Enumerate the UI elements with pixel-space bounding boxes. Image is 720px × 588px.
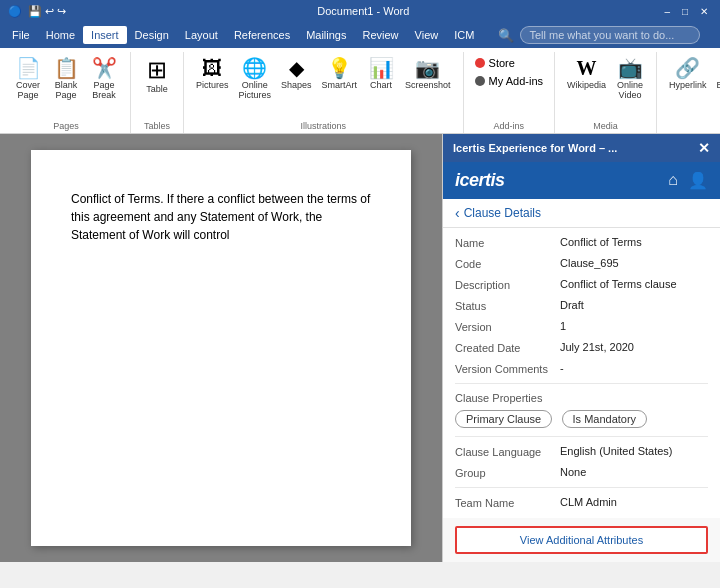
- field-name-value: Conflict of Terms: [560, 236, 708, 248]
- field-role-value: PrimaryOwner: [560, 517, 708, 518]
- divider-1: [455, 383, 708, 384]
- ribbon-addins-items: Store My Add-ins: [472, 52, 546, 121]
- clause-properties-label: Clause Properties: [455, 392, 708, 404]
- field-version: Version 1: [455, 320, 708, 333]
- field-name-label: Name: [455, 236, 560, 249]
- field-status: Status Draft: [455, 299, 708, 312]
- field-code-label: Code: [455, 257, 560, 270]
- pictures-label: Pictures: [196, 80, 229, 90]
- minimize-btn[interactable]: –: [660, 6, 674, 17]
- blank-page-icon: 📋: [54, 58, 79, 78]
- field-description-value: Conflict of Terms clause: [560, 278, 708, 290]
- field-role: Role PrimaryOwner: [455, 517, 708, 518]
- ribbon-group-pages: 📄 CoverPage 📋 BlankPage ✂️ PageBreak Pag…: [2, 52, 131, 133]
- hyperlink-label: Hyperlink: [669, 80, 707, 90]
- title-bar-title: Document1 - Word: [317, 5, 409, 17]
- tell-me-input[interactable]: [520, 26, 700, 44]
- store-btn[interactable]: Store: [472, 56, 518, 70]
- menu-references[interactable]: References: [226, 26, 298, 44]
- clause-body[interactable]: Name Conflict of Terms Code Clause_695 D…: [443, 228, 720, 518]
- menu-home[interactable]: Home: [38, 26, 83, 44]
- online-pictures-label: OnlinePictures: [239, 80, 272, 100]
- smartart-icon: 💡: [327, 58, 352, 78]
- table-label: Table: [146, 84, 168, 94]
- chart-btn[interactable]: 📊 Chart: [363, 56, 399, 92]
- chart-label: Chart: [370, 80, 392, 90]
- field-created-date: Created Date July 21st, 2020: [455, 341, 708, 354]
- online-video-btn[interactable]: 📺 OnlineVideo: [612, 56, 648, 102]
- cover-page-label: CoverPage: [16, 80, 40, 100]
- back-arrow-icon: ‹: [455, 205, 460, 221]
- hyperlink-btn[interactable]: 🔗 Hyperlink: [665, 56, 711, 92]
- document-page: Conflict of Terms. If there a conflict b…: [31, 150, 411, 546]
- cover-page-icon: 📄: [16, 58, 41, 78]
- field-clause-language-value: English (United States): [560, 445, 708, 457]
- pictures-btn[interactable]: 🖼 Pictures: [192, 56, 233, 92]
- is-mandatory-tag[interactable]: Is Mandatory: [562, 410, 648, 428]
- field-clause-language: Clause Language English (United States): [455, 445, 708, 458]
- title-bar-left: 🔵 💾 ↩ ↪: [8, 5, 66, 18]
- field-version-label: Version: [455, 320, 560, 333]
- menu-icm[interactable]: ICM: [446, 26, 482, 44]
- table-btn[interactable]: ⊞ Table: [139, 56, 175, 96]
- menu-view[interactable]: View: [407, 26, 447, 44]
- wikipedia-btn[interactable]: W Wikipedia: [563, 56, 610, 92]
- ribbon-tables-items: ⊞ Table: [139, 52, 175, 121]
- main-area: Conflict of Terms. If there a conflict b…: [0, 134, 720, 562]
- menu-review[interactable]: Review: [355, 26, 407, 44]
- primary-clause-tag[interactable]: Primary Clause: [455, 410, 552, 428]
- tables-group-label: Tables: [144, 121, 170, 133]
- menu-mailings[interactable]: Mailings: [298, 26, 354, 44]
- menu-file[interactable]: File: [4, 26, 38, 44]
- my-addins-btn[interactable]: My Add-ins: [472, 74, 546, 88]
- panel-close-icon[interactable]: ✕: [698, 140, 710, 156]
- icertis-logo: icertis: [455, 170, 505, 191]
- view-additional-attributes-btn[interactable]: View Additional Attributes: [455, 526, 708, 554]
- field-created-date-label: Created Date: [455, 341, 560, 354]
- blank-page-label: BlankPage: [55, 80, 78, 100]
- illustrations-group-label: Illustrations: [301, 121, 347, 133]
- field-name: Name Conflict of Terms: [455, 236, 708, 249]
- close-btn[interactable]: ✕: [696, 6, 712, 17]
- smartart-label: SmartArt: [322, 80, 358, 90]
- wikipedia-label: Wikipedia: [567, 80, 606, 90]
- bookmark-btn[interactable]: 🔖 Bookmark: [713, 56, 720, 92]
- blank-page-btn[interactable]: 📋 BlankPage: [48, 56, 84, 102]
- user-icon[interactable]: 👤: [688, 171, 708, 190]
- cover-page-btn[interactable]: 📄 CoverPage: [10, 56, 46, 102]
- screenshot-btn[interactable]: 📷 Screenshot: [401, 56, 455, 92]
- panel-title-icons: ✕: [698, 140, 710, 156]
- wikipedia-icon: W: [577, 58, 597, 78]
- icertis-header: icertis ⌂ 👤: [443, 162, 720, 199]
- document-area: Conflict of Terms. If there a conflict b…: [0, 134, 442, 562]
- addins-group-label: Add-ins: [494, 121, 525, 133]
- smartart-btn[interactable]: 💡 SmartArt: [318, 56, 362, 92]
- screenshot-label: Screenshot: [405, 80, 451, 90]
- home-icon[interactable]: ⌂: [668, 171, 678, 190]
- divider-3: [455, 487, 708, 488]
- maximize-btn[interactable]: □: [678, 6, 692, 17]
- menu-design[interactable]: Design: [127, 26, 177, 44]
- icertis-header-icons: ⌂ 👤: [668, 171, 708, 190]
- bookmark-label: Bookmark: [717, 80, 720, 90]
- page-break-label: PageBreak: [92, 80, 116, 100]
- shapes-btn[interactable]: ◆ Shapes: [277, 56, 316, 92]
- quick-access: 💾 ↩ ↪: [28, 5, 66, 18]
- clause-details-nav[interactable]: ‹ Clause Details: [443, 199, 720, 228]
- ribbon-links-items: 🔗 Hyperlink 🔖 Bookmark ↗ Cross-reference: [665, 52, 720, 121]
- ribbon-group-links: 🔗 Hyperlink 🔖 Bookmark ↗ Cross-reference…: [657, 52, 720, 133]
- online-pictures-btn[interactable]: 🌐 OnlinePictures: [235, 56, 276, 102]
- menu-layout[interactable]: Layout: [177, 26, 226, 44]
- shapes-icon: ◆: [289, 58, 304, 78]
- online-video-label: OnlineVideo: [617, 80, 643, 100]
- ribbon-group-tables: ⊞ Table Tables: [131, 52, 184, 133]
- menu-insert[interactable]: Insert: [83, 26, 127, 44]
- clause-details-label: Clause Details: [464, 206, 541, 220]
- field-version-comments: Version Comments -: [455, 362, 708, 375]
- field-group-label: Group: [455, 466, 560, 479]
- document-content: Conflict of Terms. If there a conflict b…: [71, 190, 371, 244]
- field-description-label: Description: [455, 278, 560, 291]
- table-icon: ⊞: [147, 58, 167, 82]
- page-break-btn[interactable]: ✂️ PageBreak: [86, 56, 122, 102]
- media-group-label: Media: [593, 121, 618, 133]
